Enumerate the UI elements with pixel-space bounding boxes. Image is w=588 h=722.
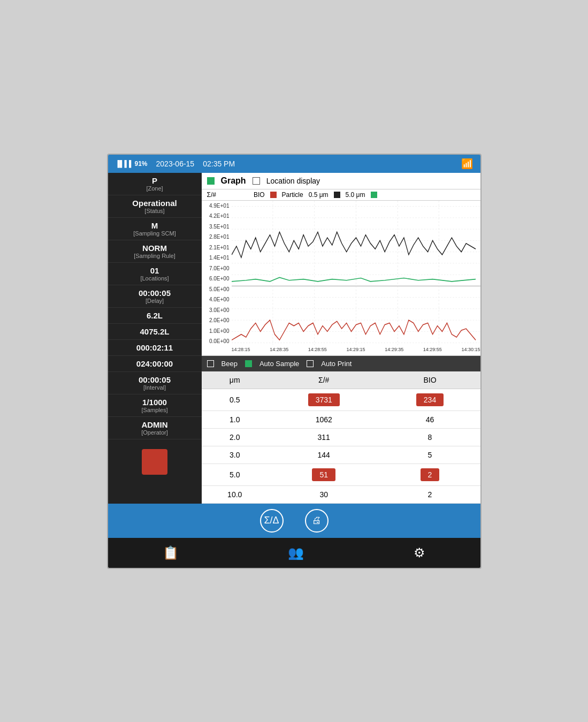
- table-cell-sigma: 1062: [268, 411, 380, 428]
- nav-settings-button[interactable]: ⚙: [403, 543, 436, 563]
- particle-size1-label: 0.5 μm: [309, 191, 329, 199]
- particle-legend-label: Particle: [282, 191, 303, 199]
- chart-area: 4.9E+01 4.2E+01 3.5E+01 2.8E+01 2.1E+01 …: [202, 201, 480, 356]
- print-button[interactable]: 🖨: [305, 509, 329, 533]
- auto-print-checkbox[interactable]: [307, 360, 314, 367]
- sigma-delta-label: Σ/Δ: [264, 515, 279, 526]
- sidebar-interval: 00:00:05 [Interval]: [108, 372, 202, 394]
- table-cell-bio: 8: [380, 428, 480, 446]
- location-display-label: Location display: [266, 177, 320, 185]
- status-bar: ▐▌▌▌ 91% 2023-06-15 02:35 PM 📶: [108, 155, 480, 173]
- particle-size2-label: 5.0 μm: [346, 191, 365, 199]
- auto-sample-checkbox[interactable]: [245, 360, 252, 367]
- sidebar-time1: 000:02:11: [108, 340, 202, 356]
- table-cell-size: 2.0: [202, 428, 268, 446]
- bio-legend-color: [270, 192, 277, 198]
- table-cell-sigma: 311: [268, 428, 380, 446]
- right-panel: Graph Location display Σ/# BIO Particle …: [202, 173, 480, 504]
- stop-button[interactable]: [142, 449, 167, 475]
- table-cell-bio: 2: [380, 463, 480, 485]
- nav-user-button[interactable]: 👥: [277, 543, 315, 563]
- graph-active-indicator: [207, 177, 215, 185]
- status-date: 2023-06-15: [156, 159, 195, 168]
- table-cell-bio: 234: [380, 389, 480, 411]
- particle-50-color: [371, 192, 377, 198]
- table-cell-sigma: 30: [268, 485, 380, 503]
- bottom-controls-bar: Beep Auto Sample Auto Print: [202, 356, 480, 371]
- wifi-icon: 📶: [461, 158, 473, 170]
- sidebar-sampling-rule: NORM [Sampling Rule]: [108, 240, 202, 263]
- table-cell-sigma: 144: [268, 446, 380, 463]
- table-row: 5.0512: [202, 463, 480, 485]
- y-axis: 4.9E+01 4.2E+01 3.5E+01 2.8E+01 2.1E+01 …: [202, 201, 232, 355]
- sidebar-samples: 1/1000 [Samples]: [108, 394, 202, 417]
- main-area: P [Zone] Operational [Status] M [Samplin…: [108, 173, 480, 504]
- list-icon: 📋: [163, 545, 179, 560]
- table-row: 0.53731234: [202, 389, 480, 411]
- legend-bar: Σ/# BIO Particle 0.5 μm 5.0 μm: [202, 189, 480, 201]
- sidebar-time2: 024:00:00: [108, 356, 202, 372]
- sidebar-volume2: 4075.2L: [108, 324, 202, 340]
- particle-05-color: [334, 192, 340, 198]
- chart-svg: 14:28:15 14:28:35 14:28:55 14:29:15 14:2…: [232, 201, 480, 355]
- sidebar-volume1: 6.2L: [108, 308, 202, 324]
- location-display-checkbox[interactable]: [253, 177, 260, 185]
- sigma-hash-label: Σ/#: [207, 191, 216, 199]
- sidebar-status: Operational [Status]: [108, 195, 202, 218]
- table-row: 3.01445: [202, 446, 480, 463]
- table-cell-sigma: 51: [268, 463, 380, 485]
- col-header-sigma: Σ/#: [268, 371, 380, 389]
- table-cell-bio: 2: [380, 485, 480, 503]
- sigma-delta-button[interactable]: Σ/Δ: [260, 509, 284, 533]
- footer-nav-bar: 📋 👥 ⚙: [108, 538, 480, 568]
- auto-print-label: Auto Print: [321, 360, 352, 368]
- sidebar-delay: 00:00:05 [Delay]: [108, 285, 202, 308]
- status-time: 02:35 PM: [203, 159, 235, 168]
- sidebar-sampling-scm: M [Sampling SCM]: [108, 218, 202, 240]
- table-cell-size: 10.0: [202, 485, 268, 503]
- data-table: μm Σ/# BIO 0.537312341.01062462.031183.0…: [202, 371, 480, 504]
- device-container: ▐▌▌▌ 91% 2023-06-15 02:35 PM 📶 P [Zone] …: [107, 154, 482, 569]
- beep-label: Beep: [222, 360, 238, 368]
- footer-action-bar: Σ/Δ 🖨: [108, 504, 480, 538]
- table-cell-size: 3.0: [202, 446, 268, 463]
- table-row: 10.0302: [202, 485, 480, 503]
- settings-icon: ⚙: [414, 545, 425, 560]
- graph-label: Graph: [221, 176, 246, 186]
- table-row: 2.03118: [202, 428, 480, 446]
- nav-list-button[interactable]: 📋: [152, 543, 189, 563]
- sidebar-zone: P [Zone]: [108, 173, 202, 195]
- sidebar-locations: 01 [Locations]: [108, 263, 202, 285]
- beep-checkbox[interactable]: [207, 360, 214, 367]
- table-cell-size: 0.5: [202, 389, 268, 411]
- user-icon: 👥: [288, 545, 304, 560]
- auto-sample-label: Auto Sample: [259, 360, 299, 368]
- table-cell-sigma: 3731: [268, 389, 380, 411]
- sidebar: P [Zone] Operational [Status] M [Samplin…: [108, 173, 202, 504]
- battery-percent: 91%: [135, 160, 148, 168]
- table-row: 1.0106246: [202, 411, 480, 428]
- table-cell-bio: 46: [380, 411, 480, 428]
- bio-legend-label: BIO: [254, 191, 265, 199]
- col-header-bio: BIO: [380, 371, 480, 389]
- print-icon: 🖨: [312, 515, 322, 526]
- table-cell-size: 1.0: [202, 411, 268, 428]
- col-header-um: μm: [202, 371, 268, 389]
- table-cell-size: 5.0: [202, 463, 268, 485]
- x-axis: 14:28:15 14:28:35 14:28:55 14:29:15 14:2…: [232, 346, 480, 355]
- graph-header: Graph Location display: [202, 173, 480, 189]
- sidebar-operator: ADMIN [Operator]: [108, 417, 202, 439]
- table-cell-bio: 5: [380, 446, 480, 463]
- battery-icon: ▐▌▌▌ 91%: [116, 160, 148, 168]
